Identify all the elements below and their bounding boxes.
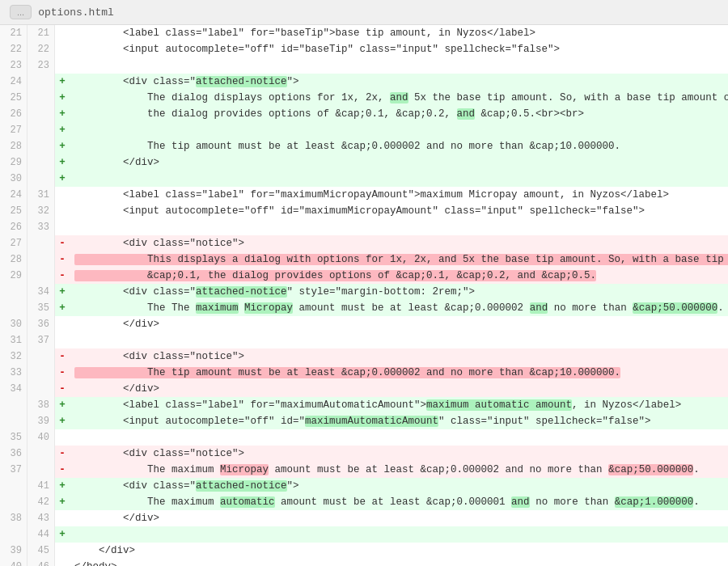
diff-marker [55,316,70,332]
diff-marker: - [55,235,70,251]
right-line-number: 22 [28,41,55,57]
code-text: </body> [70,559,728,566]
diff-marker [55,510,70,526]
diff-marker: + [55,154,70,171]
right-line-number: 44 [28,526,55,543]
code-text: </div> [70,543,728,559]
diff-line: 4046</body> [0,559,728,566]
diff-line: 26+ the dialog provides options of &cap;… [0,106,728,122]
right-line-number: 33 [28,219,55,235]
right-line-number [28,381,55,397]
right-line-number: 41 [28,478,55,494]
diff-line: 3843 </div> [0,510,728,526]
diff-line: 29- &cap;0.1, the dialog provides option… [0,268,728,284]
diff-line: 2532 <input autocomplete="off" id="maxim… [0,203,728,219]
left-line-number: 35 [0,429,28,446]
left-line-number: 30 [0,316,28,332]
right-line-number: 37 [28,332,55,348]
right-line-number: 43 [28,510,55,526]
code-text: &cap;0.1, the dialog provides options of… [70,268,728,284]
title-bar: ... options.html [0,0,728,25]
left-line-number: 30 [0,171,28,187]
code-text: </div> [70,316,728,332]
diff-line: 2323 [0,57,728,74]
left-line-number: 38 [0,510,28,526]
code-text: <input autocomplete="off" id="baseTip" c… [70,41,728,57]
diff-line: 33- The tip amount must be at least &cap… [0,365,728,381]
code-text: </div> [70,381,728,397]
diff-line: 2222 <input autocomplete="off" id="baseT… [0,41,728,57]
diff-marker: + [55,138,70,154]
code-text: The The maximum Micropay amount must be … [70,300,728,316]
code-text [70,429,728,446]
right-line-number: 45 [28,543,55,559]
right-line-number: 40 [28,429,55,446]
right-line-number: 23 [28,57,55,74]
right-line-number: 32 [28,203,55,219]
right-line-number [28,235,55,251]
diff-marker [55,187,70,203]
diff-marker: - [55,268,70,284]
diff-line: 2633 [0,219,728,235]
diff-line: 34- </div> [0,381,728,397]
right-line-number: 21 [28,25,55,41]
code-text: The dialog displays options for 1x, 2x, … [70,90,728,106]
right-line-number [28,122,55,138]
left-line-number [0,300,28,316]
diff-marker [55,25,70,41]
diff-line: 3036 </div> [0,316,728,332]
right-line-number: 39 [28,413,55,429]
left-line-number: 34 [0,381,28,397]
code-text: The tip amount must be at least &cap;0.0… [70,138,728,154]
left-line-number: 37 [0,462,28,478]
diff-marker: + [55,122,70,138]
left-line-number: 29 [0,154,28,171]
diff-marker [55,429,70,446]
diff-line: 2431 <label class="label" for="maximumMi… [0,187,728,203]
left-line-number [0,526,28,543]
code-text: <input autocomplete="off" id="maximumMic… [70,203,728,219]
code-text: <div class="notice"> [70,446,728,462]
file-title: options.html [38,6,114,19]
diff-line: 41+ <div class="attached-notice"> [0,478,728,494]
diff-marker [55,203,70,219]
diff-marker: - [55,462,70,478]
diff-line: 42+ The maximum automatic amount must be… [0,494,728,510]
right-line-number [28,251,55,268]
right-line-number [28,462,55,478]
right-line-number: 31 [28,187,55,203]
left-line-number: 36 [0,446,28,462]
diff-line: 3945 </div> [0,543,728,559]
right-line-number [28,106,55,122]
diff-line: 27- <div class="notice"> [0,235,728,251]
code-text [70,526,728,543]
left-line-number: 24 [0,74,28,90]
left-line-number: 23 [0,57,28,74]
diff-marker [55,41,70,57]
diff-marker: + [55,74,70,90]
left-line-number: 25 [0,90,28,106]
diff-marker: - [55,381,70,397]
diff-line: 2121 <label class="label" for="baseTip">… [0,25,728,41]
left-line-number: 32 [0,348,28,365]
diff-line: 38+ <label class="label" for="maximumAut… [0,397,728,413]
right-line-number [28,74,55,90]
diff-marker [55,559,70,566]
code-text: The maximum Micropay amount must be at l… [70,462,728,478]
left-line-number: 21 [0,25,28,41]
code-text: </div> [70,154,728,171]
code-text: <div class="attached-notice" style="marg… [70,284,728,300]
diff-line: 25+ The dialog displays options for 1x, … [0,90,728,106]
code-text: <div class="notice"> [70,235,728,251]
code-text: <label class="label" for="maximumAutomat… [70,397,728,413]
left-line-number [0,284,28,300]
left-line-number: 26 [0,106,28,122]
diff-marker: + [55,478,70,494]
code-text: <div class="attached-notice"> [70,478,728,494]
diff-marker: + [55,397,70,413]
left-line-number [0,478,28,494]
dots-button[interactable]: ... [10,5,32,19]
left-line-number: 26 [0,219,28,235]
diff-marker: + [55,494,70,510]
code-view: 2121 <label class="label" for="baseTip">… [0,25,728,566]
